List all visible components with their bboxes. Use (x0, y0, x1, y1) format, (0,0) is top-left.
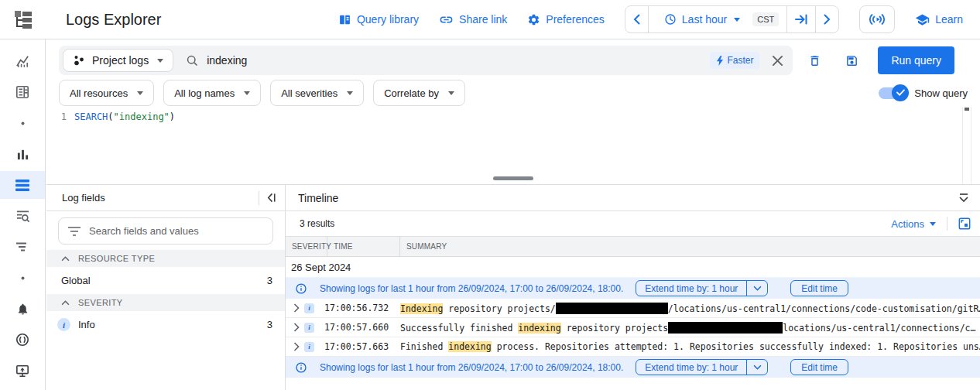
preferences-label: Preferences (546, 13, 604, 26)
query-editor[interactable]: 1 SEARCH("indexing") (46, 107, 980, 185)
faster-label: Faster (727, 55, 753, 66)
extend-time-button[interactable]: Extend time by: 1 hour (636, 360, 746, 375)
nav-alerting-icon[interactable] (0, 293, 45, 324)
fields-search-input[interactable] (89, 225, 263, 237)
share-link-button[interactable]: Share link (439, 12, 507, 27)
lightning-icon (716, 56, 724, 66)
table-row[interactable]: i 17:00:57.660 Successfully finished ind… (286, 318, 980, 337)
expand-results-icon[interactable] (958, 217, 971, 230)
nav-dashboards-monitor-icon[interactable] (0, 355, 45, 386)
log-scope-dropdown[interactable]: Project logs (63, 49, 173, 72)
time-range-dropdown[interactable]: Last hour CST (648, 6, 786, 32)
run-query-button[interactable]: Run query (878, 46, 954, 74)
resources-filter-dropdown[interactable]: All resources (59, 80, 154, 106)
time-back-button[interactable] (625, 6, 648, 32)
log-summary: Finished indexing process. Repositories … (400, 341, 980, 352)
toggle-check-icon (892, 84, 909, 101)
column-header-severity[interactable]: SEVERITY (286, 237, 327, 256)
extend-time-button[interactable]: Extend time by: 1 hour (636, 281, 746, 296)
severity-section-header[interactable]: SEVERITY (46, 294, 285, 311)
collapse-timeline-icon[interactable] (958, 193, 969, 204)
show-query-label: Show query (914, 87, 968, 99)
learn-button[interactable]: Learn (915, 12, 963, 27)
nav-dashboards-icon[interactable] (0, 77, 45, 108)
divider (259, 191, 259, 205)
query-library-icon (338, 13, 351, 26)
actions-label: Actions (891, 218, 924, 230)
nav-log-analytics-icon[interactable] (0, 200, 45, 231)
chevron-down-icon (448, 91, 454, 95)
page-title: Logs Explorer (66, 11, 161, 29)
timeline-title: Timeline (298, 192, 338, 204)
actions-dropdown[interactable]: Actions (891, 218, 936, 230)
jump-to-now-button[interactable] (786, 6, 815, 32)
summary-text: process. Repositories attempted: 1. Repo… (492, 341, 980, 352)
query-search-input[interactable] (207, 54, 710, 67)
clear-query-button[interactable] (772, 55, 783, 67)
fields-search-box (58, 217, 273, 245)
summary-text: Finished (400, 341, 448, 352)
nav-trace-icon[interactable] (0, 231, 45, 262)
expand-row-chevron-icon[interactable] (286, 303, 302, 313)
logs-explorer-app: Logs Explorer Query library Share link P… (0, 0, 980, 390)
global-count: 3 (267, 275, 272, 286)
log-summary: Indexing repository projects//locations/… (400, 303, 980, 314)
edit-time-button[interactable]: Edit time (790, 280, 848, 296)
column-header-time[interactable]: TIME (327, 237, 400, 256)
chevron-down-icon (734, 18, 740, 22)
show-query-toggle[interactable] (879, 87, 907, 99)
stream-logs-button[interactable] (859, 5, 895, 33)
edit-time-button[interactable]: Edit time (790, 359, 848, 375)
preferences-button[interactable]: Preferences (527, 13, 604, 26)
extend-time-caret-button[interactable] (746, 281, 767, 296)
time-range-label: Last hour (682, 13, 727, 26)
timezone-badge[interactable]: CST (752, 12, 779, 26)
nav-monitoring-icon[interactable] (0, 46, 45, 77)
table-row[interactable]: i 17:00:56.732 Indexing repository proje… (286, 299, 980, 318)
field-row-info[interactable]: i Info 3 (46, 311, 285, 338)
filter-icon (68, 227, 81, 236)
chevron-down-icon (244, 91, 250, 95)
resource-type-section-header[interactable]: RESOURCE TYPE (46, 250, 285, 267)
banner-text: Showing logs for last 1 hour from 26/09/… (320, 283, 623, 294)
expand-row-chevron-icon[interactable] (286, 323, 302, 332)
show-query-control: Show query (879, 87, 968, 99)
save-query-button[interactable] (836, 46, 867, 74)
collapse-panel-icon[interactable] (266, 192, 277, 204)
log-time: 17:00:56.732 (324, 303, 396, 313)
expand-row-chevron-icon[interactable] (286, 342, 302, 351)
log-names-filter-dropdown[interactable]: All log names (163, 80, 261, 106)
summary-text: repository projects/ (443, 303, 555, 314)
delete-query-button[interactable] (799, 46, 830, 74)
query-library-button[interactable]: Query library (338, 13, 419, 26)
resources-filter-label: All resources (70, 87, 128, 99)
editor-scrollbar-thumb[interactable] (965, 108, 969, 111)
highlighted-term: indexing (518, 323, 560, 334)
cloud-logging-logo-icon[interactable] (0, 9, 46, 29)
extend-time-caret-button[interactable] (746, 360, 767, 375)
global-label: Global (61, 275, 91, 286)
column-header-summary[interactable]: SUMMARY (400, 237, 980, 256)
banner-text: Showing logs for last 1 hour from 26/09/… (320, 362, 623, 373)
info-circle-icon (296, 362, 307, 373)
severities-filter-label: All severities (281, 87, 338, 99)
editor-scrollbar[interactable] (962, 107, 971, 184)
field-row-global[interactable]: Global 3 (46, 267, 285, 294)
log-time: 17:00:57.660 (324, 322, 396, 333)
nav-error-reporting-icon[interactable] (0, 324, 45, 355)
editor-resize-handle[interactable] (493, 176, 533, 180)
nav-logs-explorer-icon[interactable] (0, 171, 45, 199)
table-row[interactable]: i 17:00:57.663 Finished indexing process… (286, 337, 980, 357)
chevron-down-icon (930, 222, 936, 226)
results-count: 3 results (300, 218, 334, 229)
top-actions: Query library Share link Preferences (338, 5, 980, 33)
severity-section-label: SEVERITY (78, 298, 123, 307)
query-code: SEARCH("indexing") (74, 110, 175, 124)
correlate-by-label: Correlate by (384, 87, 439, 99)
severities-filter-dropdown[interactable]: All severities (270, 80, 364, 106)
faster-badge: Faster (710, 52, 759, 69)
highlighted-term: Indexing (400, 303, 443, 314)
nav-metrics-explorer-icon[interactable] (0, 139, 45, 169)
correlate-by-dropdown[interactable]: Correlate by (373, 80, 465, 106)
time-forward-button[interactable] (815, 6, 838, 32)
